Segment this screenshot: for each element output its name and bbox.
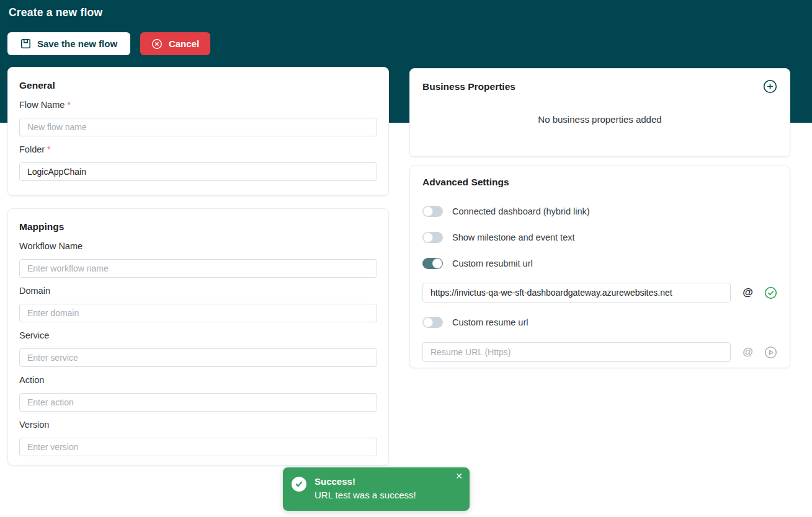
resubmit-url-input[interactable] [422,283,731,303]
toggle-row-show-milestone: Show milestone and event text [422,231,777,244]
service-label: Service [19,330,377,340]
toggle-knob [423,206,433,216]
play-circle-icon [764,351,777,361]
cancel-circle-x-icon [151,38,163,50]
action-button-row: Save the new flow Cancel [7,32,210,55]
folder-label: Folder* [19,144,377,154]
at-sign-icon[interactable]: @ [741,285,755,300]
version-input[interactable] [19,438,377,456]
business-properties-card: Business Properties No business properti… [409,68,790,157]
plus-circle-icon [763,86,777,95]
version-label: Version [19,420,377,430]
folder-input[interactable] [19,162,377,181]
connected-dashboard-toggle[interactable] [422,206,443,217]
required-marker: * [67,100,71,110]
save-button[interactable]: Save the new flow [7,32,130,55]
show-milestone-label: Show milestone and event text [452,232,574,242]
custom-resubmit-label: Custom resubmit url [452,258,533,268]
advanced-settings-title: Advanced Settings [422,177,777,188]
save-button-label: Save the new flow [37,38,117,49]
custom-resubmit-toggle[interactable] [422,258,443,269]
action-input[interactable] [19,393,377,412]
cancel-button[interactable]: Cancel [140,32,210,55]
add-business-property-button[interactable] [763,79,777,94]
url-test-button[interactable] [764,346,777,359]
cancel-button-label: Cancel [169,38,199,49]
flow-name-label: Flow Name* [19,100,377,110]
flow-name-input[interactable] [19,118,377,136]
page-title: Create a new flow [9,6,102,19]
toggle-knob [423,232,433,242]
service-input[interactable] [19,348,377,367]
toggle-knob [423,317,433,327]
custom-resume-toggle[interactable] [422,317,443,328]
business-properties-title: Business Properties [422,81,515,92]
mappings-card-title: Mappings [19,221,377,232]
resume-url-input[interactable] [422,342,731,362]
check-circle-icon [764,292,777,301]
toast-message: URL test was a success! [315,490,416,500]
show-milestone-toggle[interactable] [422,232,443,243]
general-card-title: General [19,80,377,91]
action-label: Action [19,375,377,385]
advanced-settings-card: Advanced Settings Connected dashboard (h… [409,166,790,368]
domain-input[interactable] [19,304,377,322]
toast-text: Success! URL test was a success! [315,475,416,503]
general-card: General Flow Name* Folder* [7,67,389,196]
connected-dashboard-label: Connected dashboard (hybrid link) [452,206,590,216]
success-check-icon [292,477,306,492]
mappings-card: Mappings Workflow Name Domain Service Ac… [7,208,389,466]
toggle-knob [432,258,442,268]
toast-title: Success! [315,476,416,487]
business-properties-empty-text: No business properties added [422,114,777,125]
workflow-name-label: Workflow Name [19,241,377,251]
business-properties-header: Business Properties [422,79,777,94]
toast-close-icon[interactable]: ✕ [455,471,463,481]
resubmit-url-row: @ [422,283,777,303]
resume-url-row: @ [422,342,777,362]
workflow-name-input[interactable] [19,259,377,278]
toggle-row-connected-dashboard: Connected dashboard (hybrid link) [422,205,777,218]
custom-resume-label: Custom resume url [452,317,528,327]
domain-label: Domain [19,286,377,296]
success-toast: Success! URL test was a success! ✕ [283,467,470,511]
at-sign-icon[interactable]: @ [741,345,755,360]
required-marker: * [47,144,51,154]
url-test-success-button[interactable] [764,286,777,299]
save-icon [20,38,31,49]
toggle-row-custom-resume: Custom resume url [422,316,777,329]
toggle-row-custom-resubmit: Custom resubmit url [422,257,777,270]
